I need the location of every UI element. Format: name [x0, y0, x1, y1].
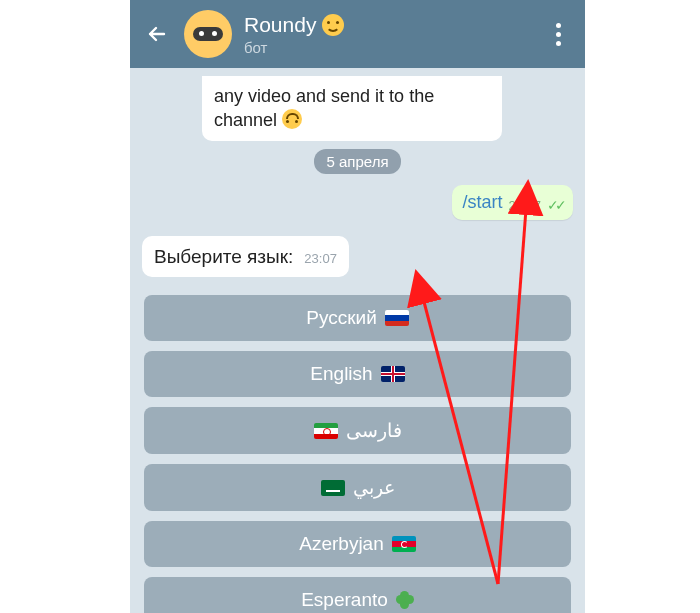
chat-title: Roundy	[244, 13, 316, 37]
clover-icon	[396, 591, 414, 609]
flag-ru-icon	[385, 310, 409, 326]
button-label: عربي	[353, 476, 395, 499]
chat-screen: Roundy бот any video and send it to the …	[130, 0, 585, 613]
button-label: Esperanto	[301, 589, 388, 611]
message-time: 23:07	[508, 198, 541, 213]
back-icon[interactable]	[144, 21, 170, 47]
outgoing-message[interactable]: /start 23:07 ✓✓	[452, 185, 573, 220]
chat-body: any video and send it to the channel 5 а…	[130, 68, 585, 613]
message-time: 23:07	[304, 251, 337, 266]
message-text: Выберите язык:	[154, 246, 293, 267]
button-label: فارسی	[346, 419, 402, 442]
flag-ir-icon	[314, 423, 338, 439]
chat-subtitle: бот	[244, 39, 545, 56]
keyboard-button-arabic[interactable]: عربي	[144, 464, 571, 511]
read-checks-icon: ✓✓	[547, 197, 563, 213]
incoming-message[interactable]: any video and send it to the channel	[202, 76, 502, 141]
blush-emoji-icon	[322, 14, 344, 36]
chat-title-area[interactable]: Roundy бот	[244, 13, 545, 56]
command-text: /start	[462, 192, 502, 213]
button-label: English	[310, 363, 372, 385]
button-label: Русский	[306, 307, 377, 329]
bot-avatar[interactable]	[184, 10, 232, 58]
flag-sa-icon	[321, 480, 345, 496]
menu-icon[interactable]	[545, 21, 571, 47]
keyboard-button-esperanto[interactable]: Esperanto	[144, 577, 571, 613]
flag-az-icon	[392, 536, 416, 552]
incoming-message[interactable]: Выберите язык: 23:07	[142, 236, 349, 278]
date-separator: 5 апреля	[142, 153, 573, 171]
message-text: any video and send it to the channel	[214, 86, 434, 130]
reply-keyboard: Русский English فارسی عربي Azerbyjan Esp…	[142, 295, 573, 613]
keyboard-button-farsi[interactable]: فارسی	[144, 407, 571, 454]
keyboard-button-russian[interactable]: Русский	[144, 295, 571, 341]
button-label: Azerbyjan	[299, 533, 384, 555]
keyboard-button-azerbyjan[interactable]: Azerbyjan	[144, 521, 571, 567]
flag-gb-icon	[381, 366, 405, 382]
upside-down-emoji-icon	[282, 109, 302, 129]
keyboard-button-english[interactable]: English	[144, 351, 571, 397]
chat-header: Roundy бот	[130, 0, 585, 68]
